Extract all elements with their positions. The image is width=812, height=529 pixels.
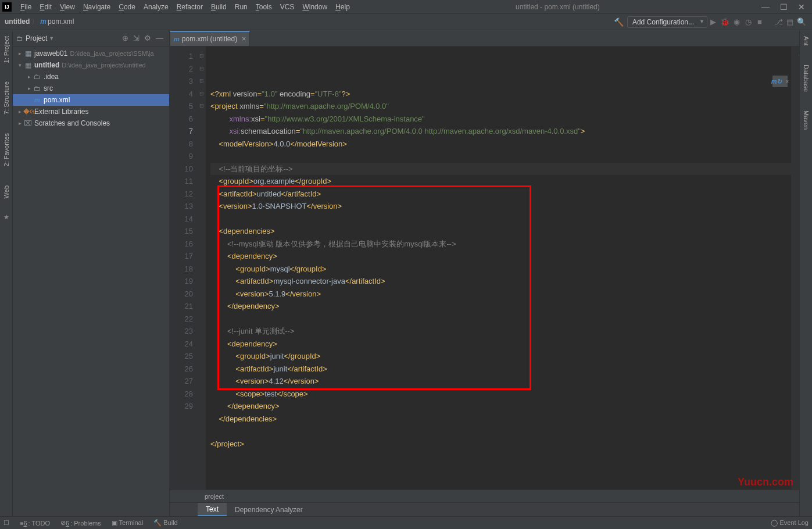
menu-tools[interactable]: Tools (252, 3, 276, 11)
bottom-tab-dependency-analyzer[interactable]: Dependency Analyzer (227, 503, 311, 516)
rail-maven[interactable]: Maven (803, 107, 810, 133)
menu-file[interactable]: File (16, 3, 35, 11)
menu-vcs[interactable]: VCS (276, 3, 299, 11)
editor-tab-pom[interactable]: m pom.xml (untitled) × (170, 31, 250, 46)
tree-item-untitled[interactable]: ▾▦untitledD:\idea_java_projects\untitled (13, 59, 169, 71)
close-icon[interactable]: × (785, 78, 789, 85)
status-problems[interactable]: ⊘ 6: Problems (60, 519, 101, 527)
rail-web[interactable]: Web (3, 182, 10, 202)
editor-tabs: m pom.xml (untitled) × (170, 30, 799, 47)
tree-item-idea[interactable]: ▸🗀.idea (13, 71, 169, 83)
app-icon: IJ (2, 2, 12, 12)
fold-gutter[interactable]: ⊟⊟⊟⊟⊟ (198, 47, 206, 489)
project-panel-header: 🗀 Project ▼ ⊕ ⇲ ⚙ — (13, 30, 169, 47)
menu-analyze[interactable]: Analyze (139, 3, 173, 11)
project-tree[interactable]: ▸▦javaweb01D:\idea_java_projects\SSM\ja▾… (13, 47, 169, 516)
menu-build[interactable]: Build (207, 3, 231, 11)
status-bar: ☐ ≡ 6: TODO⊘ 6: Problems▣ Terminal🔨 Buil… (0, 516, 812, 529)
tree-item-pomxml[interactable]: mpom.xml (13, 94, 169, 106)
rail-ant[interactable]: Ant (803, 33, 810, 49)
rail-structure[interactable]: 7: Structure (3, 78, 10, 118)
chevron-down-icon[interactable]: ▼ (49, 35, 54, 41)
debug-icon[interactable]: 🐞 (719, 17, 731, 26)
menu-bar: IJ FileEditViewNavigateCodeAnalyzeRefact… (0, 0, 812, 14)
menu-navigate[interactable]: Navigate (79, 3, 115, 11)
search-icon[interactable]: 🔍 (796, 17, 807, 26)
window-title: untitled - pom.xml (untitled) (354, 3, 761, 11)
expand-all-icon[interactable]: ⇲ (133, 34, 139, 42)
menu-help[interactable]: Help (331, 3, 354, 11)
left-tool-rail: 1: Project7: Structure2: FavoritesWeb★ (0, 30, 13, 516)
tree-item-scratchesandconsoles[interactable]: ▸⌧Scratches and Consoles (13, 117, 169, 129)
tool-window-button[interactable]: ☐ (3, 519, 9, 527)
menu-view[interactable]: View (56, 3, 79, 11)
maven-reload-badge[interactable]: m↻× (772, 76, 788, 87)
editor-tab-label: pom.xml (untitled) (182, 35, 237, 43)
status-build[interactable]: 🔨 Build (153, 519, 178, 527)
rail-project[interactable]: 1: Project (3, 33, 10, 66)
line-gutter[interactable]: 1234567891011121314151617181920212223242… (170, 47, 198, 489)
run-config-dropdown[interactable]: Add Configuration... (627, 16, 707, 28)
menu-code[interactable]: Code (115, 3, 139, 11)
project-sidebar: 🗀 Project ▼ ⊕ ⇲ ⚙ — ▸▦javaweb01D:\idea_j… (13, 30, 170, 516)
run-icon[interactable]: ▶ (707, 17, 719, 26)
coverage-icon[interactable]: ◉ (731, 17, 742, 26)
menu-edit[interactable]: Edit (35, 3, 56, 11)
folder-icon: 🗀 (16, 34, 23, 42)
rail-database[interactable]: Database (803, 61, 810, 95)
star-icon: ★ (3, 213, 9, 221)
right-tool-rail: AntDatabaseMaven (799, 30, 812, 516)
rail-favorites[interactable]: 2: Favorites (3, 130, 10, 170)
maximize-icon[interactable]: ☐ (780, 2, 788, 12)
menu-refactor[interactable]: Refactor (173, 3, 207, 11)
stop-icon[interactable]: ■ (754, 17, 766, 26)
status-todo[interactable]: ≡ 6: TODO (20, 519, 50, 527)
watermark: Yuucn.com (738, 476, 793, 488)
close-tab-icon[interactable]: × (242, 35, 246, 43)
git-icon[interactable]: ⎇ (772, 17, 784, 26)
inspection-check-icon[interactable]: ✔ (798, 50, 799, 59)
hide-icon[interactable]: — (156, 34, 163, 42)
maven-file-icon: m (174, 35, 180, 42)
code-editor[interactable]: <?xml version="1.0" encoding="UTF-8"?><p… (206, 47, 791, 489)
minimize-icon[interactable]: — (761, 2, 770, 12)
close-icon[interactable]: ✕ (798, 2, 805, 12)
menu-run[interactable]: Run (231, 3, 252, 11)
select-opened-icon[interactable]: ⊕ (122, 34, 128, 42)
menu-window[interactable]: Window (298, 3, 331, 11)
structure-breadcrumb[interactable]: project (170, 489, 799, 502)
bottom-tab-text[interactable]: Text (198, 503, 227, 516)
editor-area: m pom.xml (untitled) × ✔ 123456789101112… (170, 30, 799, 516)
tree-item-src[interactable]: ▸🗀src (13, 83, 169, 94)
project-structure-icon[interactable]: ▤ (784, 17, 796, 26)
status-terminal[interactable]: ▣ Terminal (112, 519, 143, 527)
error-stripe[interactable] (791, 47, 799, 489)
build-icon[interactable]: 🔨 (614, 17, 624, 27)
editor-bottom-tabs: TextDependency Analyzer (170, 502, 799, 516)
breadcrumb[interactable]: untitled〉mpom.xml (5, 17, 74, 27)
tree-item-javaweb01[interactable]: ▸▦javaweb01D:\idea_java_projects\SSM\ja (13, 48, 169, 59)
settings-icon[interactable]: ⚙ (144, 34, 151, 42)
event-log-button[interactable]: ◯ Event Log (771, 519, 809, 527)
profile-icon[interactable]: ◷ (742, 17, 754, 26)
project-panel-title: Project (26, 34, 47, 42)
tree-item-externallibraries[interactable]: ▸�લExternal Libraries (13, 106, 169, 117)
toolbar: untitled〉mpom.xml 🔨 Add Configuration...… (0, 14, 812, 30)
